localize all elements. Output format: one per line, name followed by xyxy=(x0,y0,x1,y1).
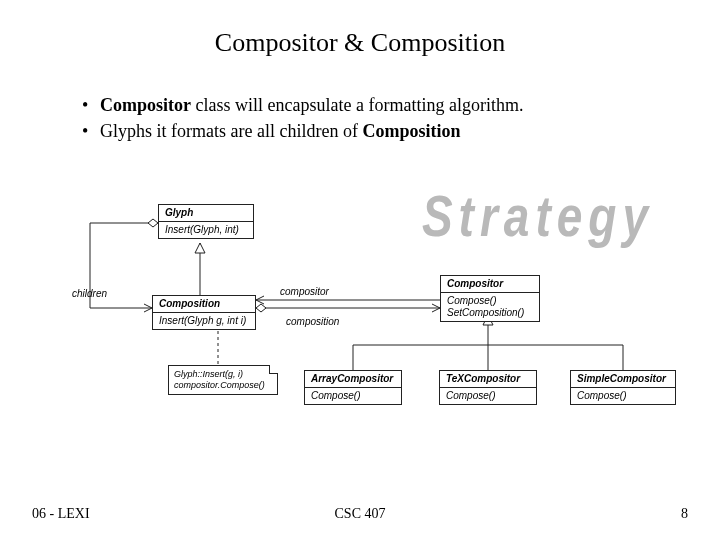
bullet-1-bold: Compositor xyxy=(100,95,191,115)
class-compositor-op1: Compose() xyxy=(447,295,533,307)
class-simple-name: SimpleCompositor xyxy=(571,371,675,388)
slide: Compositor & Composition Compositor clas… xyxy=(0,0,720,540)
uml-diagram: Strategy xyxy=(70,190,650,470)
class-glyph: Glyph Insert(Glyph, int) xyxy=(158,204,254,239)
class-simple-op: Compose() xyxy=(571,388,675,404)
class-array-compositor: ArrayCompositor Compose() xyxy=(304,370,402,405)
class-tex-op: Compose() xyxy=(440,388,536,404)
class-compositor-op2: SetComposition() xyxy=(447,307,533,319)
page-title: Compositor & Composition xyxy=(0,0,720,58)
bullet-1-rest: class will encapsulate a formatting algo… xyxy=(191,95,523,115)
class-array-op: Compose() xyxy=(305,388,401,404)
class-glyph-name: Glyph xyxy=(159,205,253,222)
diagram-lines xyxy=(70,190,650,470)
label-composition-role: composition xyxy=(286,316,339,327)
class-composition: Composition Insert(Glyph g, int i) xyxy=(152,295,256,330)
class-compositor-ops: Compose() SetComposition() xyxy=(441,293,539,321)
class-composition-op: Insert(Glyph g, int i) xyxy=(153,313,255,329)
uml-note: Glyph::Insert(g, i) compositor.Compose() xyxy=(168,365,278,395)
class-tex-name: TeXCompositor xyxy=(440,371,536,388)
class-tex-compositor: TeXCompositor Compose() xyxy=(439,370,537,405)
class-compositor-name: Compositor xyxy=(441,276,539,293)
footer-page-number: 8 xyxy=(681,506,688,522)
bullet-list: Compositor class will encapsulate a form… xyxy=(42,92,720,144)
class-array-name: ArrayCompositor xyxy=(305,371,401,388)
bullet-2-pre: Glyphs it formats are all children of xyxy=(100,121,362,141)
footer-center: CSC 407 xyxy=(0,506,720,522)
bullet-2-bold: Composition xyxy=(362,121,460,141)
class-simple-compositor: SimpleCompositor Compose() xyxy=(570,370,676,405)
label-compositor-role: compositor xyxy=(280,286,329,297)
note-line-1: Glyph::Insert(g, i) xyxy=(174,369,272,380)
bullet-1: Compositor class will encapsulate a form… xyxy=(82,92,720,118)
note-fold-icon xyxy=(269,365,278,374)
class-compositor: Compositor Compose() SetComposition() xyxy=(440,275,540,322)
label-children: children xyxy=(72,288,107,299)
note-line-2: compositor.Compose() xyxy=(174,380,272,391)
class-glyph-op: Insert(Glyph, int) xyxy=(159,222,253,238)
class-composition-name: Composition xyxy=(153,296,255,313)
bullet-2: Glyphs it formats are all children of Co… xyxy=(82,118,720,144)
